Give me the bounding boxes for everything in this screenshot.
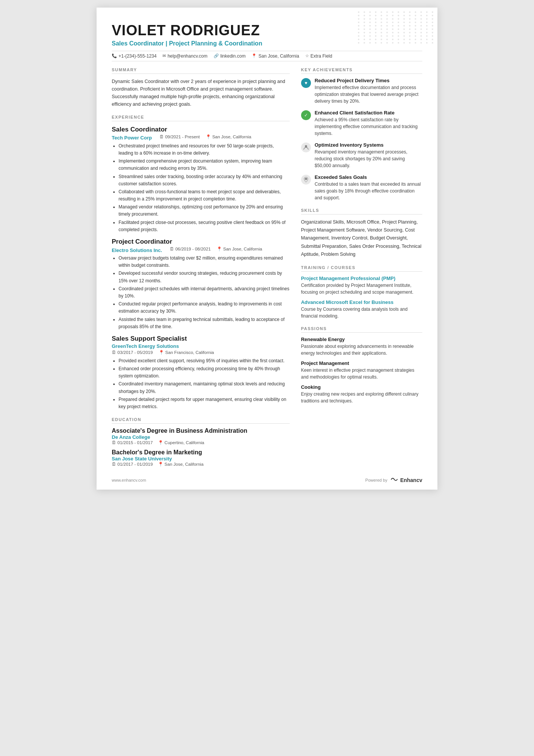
location-icon: 📍: [251, 53, 257, 58]
summary-section-header: SUMMARY: [112, 67, 290, 74]
edu-school-1: De Anza College: [112, 434, 290, 440]
achievement-content-2: Enhanced Client Satisfaction Rate Achiev…: [315, 110, 422, 137]
bullet-item: Enhanced order processing efficiency, re…: [119, 365, 290, 380]
training-section-header: TRAINING / COURSES: [301, 265, 422, 272]
achievement-item-3: Optimized Inventory Systems Revamped inv…: [301, 142, 422, 169]
candidate-subtitle: Sales Coordinator | Project Planning & C…: [112, 40, 422, 47]
achievement-item-1: ♥ Reduced Project Delivery Times Impleme…: [301, 78, 422, 105]
achievement-item-4: Exceeded Sales Goals Contributed to a sa…: [301, 174, 422, 201]
passions-section-header: PASSIONS: [301, 326, 422, 333]
edu-school-2: San Jose State University: [112, 456, 290, 462]
passion-item-2: Project Management Keen interest in effe…: [301, 360, 422, 380]
candidate-name: VIOLET RODRIGUEZ: [112, 23, 422, 39]
job-meta-3: 🗓 03/2017 - 05/2019 📍 San Francisco, Cal…: [112, 350, 290, 355]
passion-desc-2: Keen interest in effective project manag…: [301, 367, 422, 380]
company-row-2: Electro Solutions Inc. 🗓 06/2019 - 08/20…: [112, 246, 290, 254]
edu-degree-2: Bachelor's Degree in Marketing: [112, 449, 290, 456]
calendar-icon-3: 🗓: [112, 350, 116, 355]
achievement-icon-4: [301, 175, 311, 185]
bullet-item: Assisted the sales team in preparing tec…: [119, 316, 290, 330]
bullet-item: Orchestrated project timelines and resou…: [119, 142, 290, 157]
edu-dates-2: 🗓 01/2017 - 01/2019: [112, 462, 153, 466]
training-desc-1: Certification provided by Project Manage…: [301, 282, 422, 296]
edu-location-1: 📍 Cupertino, California: [158, 440, 204, 445]
achievement-desc-2: Achieved a 95% client satisfaction rate …: [315, 116, 422, 137]
left-column: SUMMARY Dynamic Sales Coordinator with o…: [112, 67, 290, 467]
job-location-1: 📍 San Jose, California: [206, 134, 251, 139]
brand-name: Enhancv: [400, 477, 422, 483]
location-icon-1: 📍: [206, 134, 211, 139]
location-icon-2: 📍: [217, 246, 222, 252]
calendar-icon-2: 🗓: [170, 247, 174, 251]
achievement-content-1: Reduced Project Delivery Times Implement…: [315, 78, 422, 105]
header-section: VIOLET RODRIGUEZ Sales Coordinator | Pro…: [112, 23, 422, 61]
edu-entry-2: Bachelor's Degree in Marketing San Jose …: [112, 449, 290, 467]
job-entry-2: Project Coordinator Electro Solutions In…: [112, 238, 290, 330]
bullet-item: Streamlined sales order tracking, boosti…: [119, 173, 290, 188]
bullet-item: Provided excellent client support, resol…: [119, 357, 290, 365]
contact-location: 📍 San Jose, California: [251, 53, 299, 59]
location-icon-edu-1: 📍: [158, 440, 163, 445]
achievement-title-2: Enhanced Client Satisfaction Rate: [315, 110, 422, 116]
training-item-1: Project Management Professional (PMP) Ce…: [301, 275, 422, 296]
job-location-2: 📍 San Jose, California: [217, 246, 262, 252]
training-desc-2: Course by Coursera covering data analysi…: [301, 306, 422, 319]
bullet-item: Prepared detailed project reports for up…: [119, 396, 290, 410]
training-title-1: Project Management Professional (PMP): [301, 275, 422, 281]
passion-desc-1: Passionate about exploring advancements …: [301, 343, 422, 357]
edu-entry-1: Associate's Degree in Business Administr…: [112, 427, 290, 445]
bullet-item: Facilitated project close-out processes,…: [119, 219, 290, 233]
training-title-2: Advanced Microsoft Excel for Business: [301, 299, 422, 305]
bullet-item: Coordinated inventory management, mainta…: [119, 380, 290, 395]
achievement-item-2: ✓ Enhanced Client Satisfaction Rate Achi…: [301, 110, 422, 137]
edu-degree-1: Associate's Degree in Business Administr…: [112, 427, 290, 434]
edu-location-2: 📍 San Jose, California: [158, 462, 203, 467]
achievement-title-3: Optimized Inventory Systems: [315, 142, 422, 148]
skills-text: Organizational Skills, Microsoft Office,…: [301, 218, 422, 258]
achievement-content-3: Optimized Inventory Systems Revamped inv…: [315, 142, 422, 169]
job-bullets-2: Oversaw project budgets totaling over $2…: [112, 255, 290, 330]
skills-section-header: SKILLS: [301, 208, 422, 214]
passion-title-1: Renewable Energy: [301, 337, 422, 342]
right-column: KEY ACHIEVEMENTS ♥ Reduced Project Deliv…: [301, 67, 422, 467]
contact-email: ✉ help@enhancv.com: [162, 53, 207, 59]
location-icon-3: 📍: [159, 350, 164, 355]
achievement-content-4: Exceeded Sales Goals Contributed to a sa…: [315, 174, 422, 201]
job-entry-1: Sales Coordinator Tech Power Corp 🗓 09/2…: [112, 126, 290, 233]
achievement-desc-1: Implemented effective documentation and …: [315, 84, 422, 105]
contact-bar: 📞 +1-(234)-555-1234 ✉ help@enhancv.com 🔗…: [112, 51, 422, 61]
calendar-icon-1: 🗓: [159, 135, 164, 139]
job-dates-3: 🗓 03/2017 - 05/2019: [112, 350, 153, 355]
achievements-section-header: KEY ACHIEVEMENTS: [301, 67, 422, 74]
achievement-desc-4: Contributed to a sales team that exceede…: [315, 181, 422, 201]
powered-by-text: Powered by: [365, 478, 387, 482]
svg-point-0: [305, 145, 307, 147]
job-entry-3: Sales Support Specialist GreenTech Energ…: [112, 335, 290, 410]
edu-meta-1: 🗓 01/2015 - 01/2017 📍 Cupertino, Califor…: [112, 440, 290, 445]
calendar-icon-edu-2: 🗓: [112, 462, 116, 466]
job-dates-1: 🗓 09/2021 - Present: [159, 135, 200, 139]
company-name-1: Tech Power Corp: [112, 135, 152, 141]
enhancv-logo: Enhancv: [390, 476, 422, 484]
company-name-3: GreenTech Energy Solutions: [112, 343, 179, 349]
job-bullets-3: Provided excellent client support, resol…: [112, 357, 290, 410]
job-title-1: Sales Coordinator: [112, 126, 290, 133]
achievement-icon-3: [301, 142, 311, 152]
location-icon-edu-2: 📍: [158, 462, 163, 467]
main-content: SUMMARY Dynamic Sales Coordinator with o…: [112, 67, 422, 467]
footer-brand: Powered by Enhancv: [365, 476, 422, 484]
link-icon: 🔗: [214, 53, 219, 58]
edu-meta-2: 🗓 01/2017 - 01/2019 📍 San Jose, Californ…: [112, 462, 290, 467]
job-dates-2: 🗓 06/2019 - 08/2021: [170, 247, 211, 251]
calendar-icon-edu-1: 🗓: [112, 440, 116, 445]
passion-item-3: Cooking Enjoy creating new recipes and e…: [301, 384, 422, 404]
job-meta-1: 🗓 09/2021 - Present 📍 San Jose, Californ…: [159, 134, 251, 139]
passion-item-1: Renewable Energy Passionate about explor…: [301, 337, 422, 357]
resume-container: for(let i=0;i<180;i++) document.write('<…: [97, 8, 437, 490]
training-item-2: Advanced Microsoft Excel for Business Co…: [301, 299, 422, 319]
email-icon: ✉: [162, 53, 166, 58]
footer-website: www.enhancv.com: [112, 478, 146, 482]
achievement-icon-2: ✓: [301, 110, 311, 120]
contact-extra: ☆ Extra Field: [305, 53, 332, 59]
passion-desc-3: Enjoy creating new recipes and exploring…: [301, 391, 422, 404]
